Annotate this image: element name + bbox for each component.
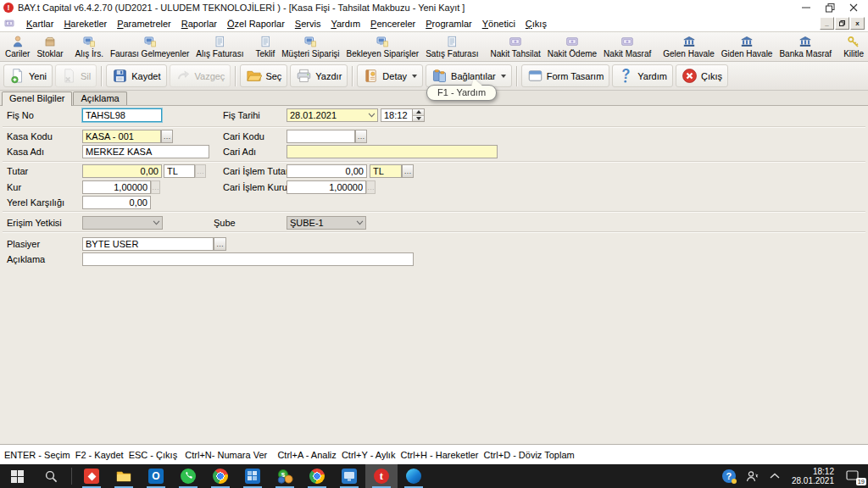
tab-genel-bilgiler[interactable]: Genel Bilgiler [2, 92, 72, 106]
plasiyer-input[interactable] [82, 237, 214, 251]
toolbar-kilitle-button[interactable]: Kilitle [840, 32, 867, 61]
monitor-doc-icon [376, 35, 389, 48]
yerel-karsiligi-input[interactable] [82, 196, 151, 209]
tray-chevron-up-icon[interactable] [765, 464, 785, 488]
toolbar-giden-havale-button[interactable]: Giden Havale [718, 32, 776, 61]
toolbar-gelen-havale-button[interactable]: Gelen Havale [659, 32, 718, 61]
cari-islem-kuru-lookup-button[interactable]: … [366, 180, 376, 194]
search-button[interactable] [34, 464, 68, 488]
menu-item-raporlar[interactable]: Raporlar [176, 17, 222, 30]
kur-input[interactable] [82, 180, 151, 194]
document-icon [259, 35, 272, 48]
taskbar-divider [71, 468, 72, 485]
menu-item-pencereler[interactable]: Pencereler [365, 17, 420, 30]
toolbar-satis-faturasi-button[interactable]: Satış Faturası [422, 32, 481, 61]
tutar-doviz-lookup-button[interactable]: … [195, 164, 206, 178]
cari-islem-kuru-label: Cari İşlem Kuru [223, 182, 287, 192]
minimize-icon[interactable] [795, 1, 817, 14]
taskbar-app-whatsapp[interactable] [172, 464, 204, 488]
action-yazdir-button[interactable]: Yazdır [290, 64, 348, 87]
spinner-arrows[interactable] [412, 109, 424, 121]
cari-islem-doviz-lookup-button[interactable]: … [402, 164, 414, 178]
toolbar-stoklar-button[interactable]: Stoklar [33, 32, 66, 61]
toolbar-nakit-tahsilat-button[interactable]: Nakit Tahsilat [487, 32, 543, 61]
mdi-close-icon[interactable]: x [850, 17, 865, 30]
menu-item-yardim[interactable]: Yardım [326, 17, 365, 30]
tray-people-icon[interactable] [741, 464, 765, 488]
restore-icon[interactable] [819, 1, 841, 14]
taskbar-app-bayt[interactable]: t [365, 464, 398, 488]
cari-adi-input[interactable] [287, 145, 498, 158]
tutar-doviz-input[interactable] [164, 164, 195, 178]
taskbar-app-outlook-calendar[interactable] [236, 464, 269, 488]
fis-tarihi-time-spinner[interactable]: 18:12 [381, 108, 425, 122]
aciklama-input[interactable] [82, 252, 414, 266]
toolbar-faurasi-gelmeyenler-button[interactable]: Faurası Gelmeyenler [107, 32, 192, 61]
menu-item-parametreler[interactable]: Parametreler [112, 17, 176, 30]
menu-item-ozel-raporlar[interactable]: Özel Raporlar [222, 17, 290, 30]
taskbar-app-currency[interactable]: $ [269, 464, 301, 488]
taskbar-app-chrome-2[interactable] [301, 464, 333, 488]
action-form-tasarim-button[interactable]: Form Tasarım [521, 64, 610, 87]
cari-islem-tutari-input[interactable] [287, 164, 367, 178]
action-detay-button[interactable]: Detay [357, 64, 423, 87]
menu-item-servis[interactable]: Servis [290, 17, 326, 30]
tray-help-icon[interactable]: ? [717, 464, 741, 488]
cari-islem-kuru-input[interactable] [287, 180, 366, 194]
tutar-input[interactable] [82, 164, 162, 178]
kasa-kodu-input[interactable] [82, 130, 161, 143]
notification-center-button[interactable]: 19 [841, 464, 868, 488]
dropdown-arrow-icon [412, 75, 417, 78]
sube-select[interactable]: ŞUBE-1 [287, 216, 366, 230]
action-cikis-button[interactable]: Çıkış [676, 64, 728, 87]
toolbar-teklif-button[interactable]: Teklif [252, 32, 278, 61]
action-sil-button[interactable]: Sil [55, 64, 97, 87]
toolbar-musteri-siparisi-button[interactable]: Müşteri Siparişi [278, 32, 342, 61]
toolbar-button-label: Stoklar [36, 49, 63, 58]
toolbar-bekleyen-siparisler-button[interactable]: Bekleyen Siparişler [343, 32, 423, 61]
close-icon[interactable] [843, 1, 865, 14]
kasa-adi-input[interactable] [82, 145, 209, 158]
menu-item-cikis[interactable]: Çıkış [520, 17, 552, 30]
toolbar-alis-irs-button[interactable]: Alış İrs. [72, 32, 107, 61]
mdi-minimize-icon[interactable]: _ [820, 17, 834, 30]
cari-islem-doviz-input[interactable] [370, 164, 402, 178]
cari-kodu-lookup-button[interactable]: … [355, 130, 367, 143]
action-vazgec-button[interactable]: Vazgeç [170, 64, 231, 87]
erisim-yetkisi-select[interactable] [82, 216, 163, 230]
action-kaydet-button[interactable]: Kaydet [106, 64, 166, 87]
toolbar-nakit-odeme-button[interactable]: Nakit Ödeme [544, 32, 600, 61]
start-button[interactable] [0, 464, 34, 488]
menu-item-kartlar[interactable]: Kartlar [21, 17, 58, 30]
taskbar-app-edge[interactable] [398, 464, 430, 488]
printer-icon [296, 68, 312, 84]
action-yardim-button[interactable]: Yardım [612, 64, 673, 87]
kasa-kodu-lookup-button[interactable]: … [161, 130, 173, 143]
taskbar-app-remote[interactable] [333, 464, 365, 488]
kur-lookup-button[interactable]: … [151, 180, 160, 194]
menu-item-programlar[interactable]: Programlar [420, 17, 476, 30]
toolbar-cariler-button[interactable]: Cariler [2, 32, 33, 61]
toolbar-alis-faturasi-button[interactable]: Alış Faturası [192, 32, 247, 61]
action-sec-button[interactable]: Seç [240, 64, 287, 87]
spin-down-icon[interactable] [413, 115, 424, 122]
fis-tarihi-date-picker[interactable]: 28.01.2021 [287, 108, 378, 122]
toolbar-button-label: Alış İrs. [75, 49, 103, 58]
taskbar-app-chrome-1[interactable] [204, 464, 236, 488]
fis-no-input[interactable] [82, 108, 162, 122]
action-baglantilar-button[interactable]: Bağlantılar [426, 64, 512, 87]
taskbar-app-red[interactable] [75, 464, 108, 488]
tab-aciklama[interactable]: Açıklama [73, 92, 126, 105]
menu-item-yonetici[interactable]: Yönetici [477, 17, 520, 30]
mdi-restore-icon[interactable] [835, 17, 849, 30]
menu-item-hareketler[interactable]: Hareketler [58, 17, 112, 30]
cari-kodu-input[interactable] [287, 130, 355, 143]
taskbar-app-explorer[interactable] [108, 464, 140, 488]
toolbar-banka-masraf-button[interactable]: Banka Masraf [776, 32, 835, 61]
action-yeni-button[interactable]: Yeni [3, 64, 53, 87]
plasiyer-lookup-button[interactable]: … [214, 237, 226, 251]
taskbar-app-outlook[interactable]: O [140, 464, 172, 488]
taskbar-clock[interactable]: 18:12 28.01.2021 [785, 467, 841, 485]
toolbar-nakit-masraf-button[interactable]: Nakit Masraf [600, 32, 654, 61]
chevron-down-icon [153, 220, 160, 225]
